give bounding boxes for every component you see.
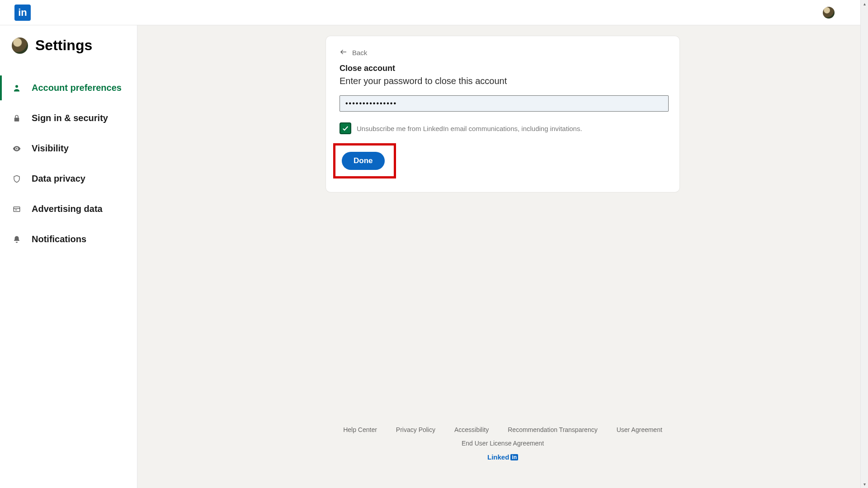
footer-links-row1: Help Center Privacy Policy Accessibility… — [343, 426, 662, 433]
sidebar-item-label: Visibility — [32, 143, 69, 154]
footer-link-privacy-policy[interactable]: Privacy Policy — [396, 426, 435, 433]
unsubscribe-label: Unsubscribe me from LinkedIn email commu… — [357, 125, 582, 132]
settings-sidebar: Settings Account preferences Sign in & s… — [0, 25, 137, 488]
sidebar-item-label: Advertising data — [32, 204, 103, 214]
done-button[interactable]: Done — [342, 152, 385, 170]
svg-point-0 — [15, 85, 18, 88]
page-footer: Help Center Privacy Policy Accessibility… — [137, 413, 868, 488]
scrollbar[interactable]: ▴ ▾ — [860, 0, 868, 488]
close-account-card: Back Close account Enter your password t… — [326, 36, 679, 192]
ad-icon — [12, 204, 22, 214]
sidebar-item-label: Sign in & security — [32, 113, 108, 123]
sidebar-avatar[interactable] — [12, 38, 28, 54]
footer-logo-badge: in — [510, 454, 518, 460]
svg-rect-2 — [14, 206, 20, 211]
page-container: Settings Account preferences Sign in & s… — [0, 25, 868, 488]
footer-link-accessibility[interactable]: Accessibility — [454, 426, 489, 433]
lock-icon — [12, 113, 22, 123]
sidebar-item-label: Account preferences — [32, 83, 122, 93]
sidebar-item-label: Notifications — [32, 234, 86, 244]
password-input[interactable]: ••••••••••••••• — [340, 95, 669, 112]
linkedin-logo[interactable]: in — [14, 5, 31, 21]
person-icon — [12, 83, 22, 93]
highlight-box: Done — [333, 143, 396, 178]
page-title: Settings — [35, 37, 92, 54]
footer-logo[interactable]: Linkedin — [487, 453, 518, 461]
sidebar-item-data-privacy[interactable]: Data privacy — [0, 164, 137, 194]
main-content: Back Close account Enter your password t… — [137, 25, 868, 488]
footer-link-user-agreement[interactable]: User Agreement — [617, 426, 662, 433]
check-icon — [342, 125, 349, 132]
linkedin-logo-text: in — [18, 8, 27, 18]
scroll-up-icon[interactable]: ▴ — [861, 0, 868, 8]
eye-icon — [12, 144, 22, 154]
unsubscribe-row: Unsubscribe me from LinkedIn email commu… — [340, 122, 666, 134]
sidebar-header: Settings — [0, 37, 137, 54]
card-heading: Close account — [340, 64, 666, 73]
topbar: in — [0, 0, 868, 25]
sidebar-item-visibility[interactable]: Visibility — [0, 133, 137, 164]
sidebar-item-account-preferences[interactable]: Account preferences — [0, 73, 137, 103]
sidebar-item-advertising-data[interactable]: Advertising data — [0, 194, 137, 224]
footer-links-row2: End User License Agreement — [462, 440, 544, 447]
svg-point-1 — [16, 148, 17, 149]
scroll-down-icon[interactable]: ▾ — [861, 480, 868, 488]
footer-link-recommendation-transparency[interactable]: Recommendation Transparency — [508, 426, 597, 433]
arrow-left-icon — [340, 48, 348, 57]
footer-link-help-center[interactable]: Help Center — [343, 426, 377, 433]
password-value: ••••••••••••••• — [345, 99, 397, 108]
footer-logo-text: Linked — [487, 453, 509, 461]
back-label: Back — [352, 49, 367, 56]
shield-icon — [12, 174, 22, 184]
bell-icon — [12, 235, 22, 244]
back-button[interactable]: Back — [340, 48, 666, 57]
sidebar-item-label: Data privacy — [32, 174, 85, 184]
footer-link-eula[interactable]: End User License Agreement — [462, 440, 544, 447]
card-subheading: Enter your password to close this accoun… — [340, 76, 666, 86]
unsubscribe-checkbox[interactable] — [340, 122, 351, 134]
sidebar-item-sign-in-security[interactable]: Sign in & security — [0, 103, 137, 133]
profile-avatar[interactable] — [823, 7, 835, 19]
sidebar-item-notifications[interactable]: Notifications — [0, 224, 137, 254]
